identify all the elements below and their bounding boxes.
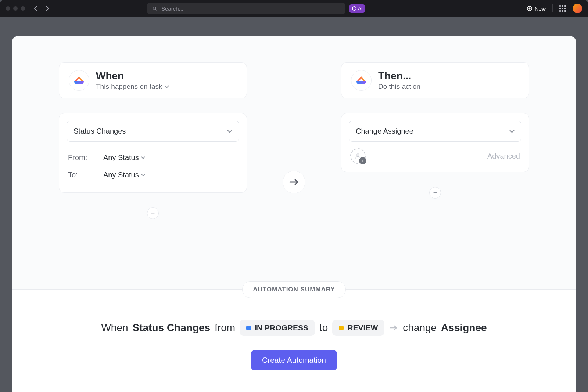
then-config-card: Change Assignee + Advanced (341, 113, 529, 172)
svg-point-0 (153, 7, 156, 10)
app-window: Search... AI New (0, 0, 588, 392)
summary-badge: AUTOMATION SUMMARY (242, 281, 346, 298)
nav-forward-icon[interactable] (46, 6, 51, 11)
assignee-picker[interactable]: + (350, 148, 366, 164)
when-column: When This happens on task Status Changes (12, 36, 294, 271)
status-dot-yellow (339, 326, 344, 330)
then-subtitle: Do this action (378, 83, 420, 91)
close-dot[interactable] (6, 6, 10, 11)
to-status-pill: REVIEW (332, 320, 384, 336)
chevron-down-icon (141, 156, 145, 159)
then-title: Then... (378, 70, 420, 82)
ai-button[interactable]: AI (349, 4, 365, 13)
chevron-down-icon (227, 130, 232, 133)
status-dot-blue (246, 326, 251, 330)
trigger-dropdown[interactable]: Status Changes (67, 121, 239, 142)
new-button[interactable]: New (527, 6, 546, 12)
when-header-card: When This happens on task (59, 62, 247, 98)
when-title: When (96, 70, 169, 82)
chevron-down-icon (165, 85, 169, 88)
add-action-button[interactable]: + (429, 187, 441, 199)
plus-circle-icon (527, 6, 533, 11)
titlebar: Search... AI New (0, 0, 588, 17)
from-label: From: (68, 153, 92, 162)
to-label: To: (68, 171, 92, 179)
summary-section: AUTOMATION SUMMARY When Status Changes f… (12, 289, 576, 392)
svg-point-3 (357, 154, 359, 156)
maximize-dot[interactable] (21, 6, 25, 11)
apps-icon[interactable] (559, 5, 566, 12)
add-trigger-button[interactable]: + (147, 207, 159, 219)
from-status-dropdown[interactable]: Any Status (103, 153, 145, 162)
from-status-pill: IN PROGRESS (240, 320, 315, 336)
advanced-link[interactable]: Advanced (487, 152, 520, 160)
chevron-down-icon (141, 174, 145, 177)
ai-icon (352, 6, 356, 11)
create-automation-button[interactable]: Create Automation (251, 350, 337, 370)
divider (552, 4, 553, 12)
then-column: Then... Do this action Change Assignee (294, 36, 576, 271)
when-scope-dropdown[interactable]: This happens on task (96, 83, 169, 91)
automation-panel: When This happens on task Status Changes (12, 36, 576, 392)
then-header-card: Then... Do this action (341, 62, 529, 98)
action-dropdown[interactable]: Change Assignee (349, 121, 521, 142)
traffic-lights (6, 6, 25, 11)
arrow-right-icon (389, 324, 398, 331)
search-placeholder: Search... (161, 6, 183, 12)
summary-sentence: When Status Changes from IN PROGRESS to … (12, 320, 576, 336)
plus-icon: + (359, 157, 366, 164)
search-input[interactable]: Search... (147, 3, 345, 14)
to-status-dropdown[interactable]: Any Status (103, 171, 145, 179)
when-config-card: Status Changes From: Any Status To: (59, 113, 247, 193)
chevron-down-icon (509, 130, 514, 133)
brand-icon (351, 70, 372, 91)
brand-icon (69, 70, 89, 91)
minimize-dot[interactable] (13, 6, 18, 11)
nav-back-icon[interactable] (34, 6, 40, 11)
flow-arrow-icon (283, 171, 305, 193)
avatar[interactable] (573, 4, 582, 13)
search-icon (152, 6, 158, 11)
svg-point-1 (352, 7, 356, 10)
